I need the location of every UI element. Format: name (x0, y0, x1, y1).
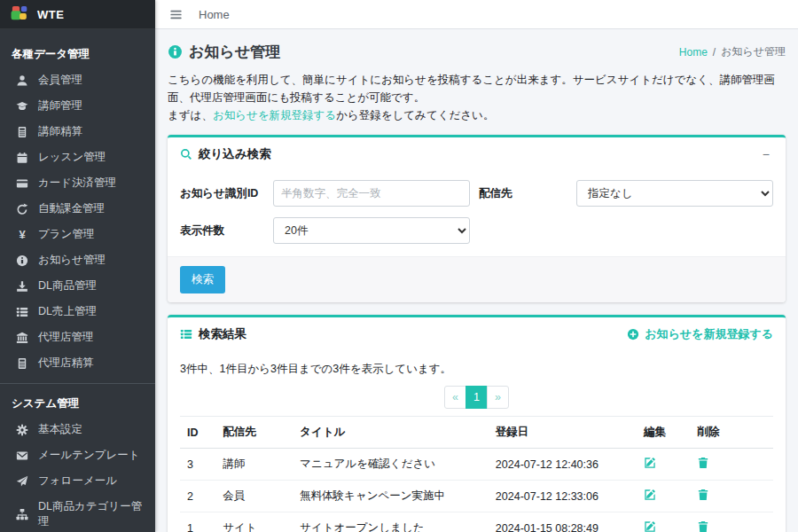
intro-line2-prefix: まずは、 (168, 109, 213, 121)
search-icon (180, 148, 192, 160)
notice-id-input[interactable] (273, 180, 470, 207)
info-circle-icon (15, 254, 29, 267)
sidebar-item[interactable]: カード決済管理 (0, 170, 155, 196)
sidebar-item-label: プラン管理 (38, 227, 94, 242)
table-row: 2会員無料体験キャンペーン実施中2024-07-12 12:33:06 (180, 481, 773, 512)
header-delete: 削除 (690, 417, 773, 449)
sidebar-item[interactable]: レッスン管理 (0, 145, 155, 170)
intro-line1: こちらの機能を利用して、簡単にサイトにお知らせを投稿することが出来ます。サービス… (168, 71, 786, 106)
edit-button-cell (637, 449, 690, 481)
intro-new-notice-link[interactable]: お知らせを新規登録する (213, 109, 336, 121)
breadcrumb-current: お知らせ管理 (721, 44, 786, 59)
sidebar: WTE 各種データ管理会員管理講師管理講師精算レッスン管理カード決済管理自動課金… (0, 0, 155, 532)
sidebar-item-label: メールテンプレート (38, 448, 140, 463)
topbar: Home (155, 0, 798, 29)
delete-button[interactable] (697, 489, 709, 501)
sidebar-item[interactable]: 講師管理 (0, 93, 155, 119)
cell-title: 無料体験キャンペーン実施中 (293, 481, 489, 512)
cell-target: サイト (215, 512, 293, 532)
sidebar-item-label: レッスン管理 (38, 150, 106, 165)
page-intro: こちらの機能を利用して、簡単にサイトにお知らせを投稿することが出来ます。サービス… (168, 71, 786, 124)
cell-date: 2024-07-12 12:33:06 (489, 481, 637, 512)
sidebar-item[interactable]: 講師精算 (0, 119, 155, 145)
edit-button[interactable] (644, 489, 656, 501)
delete-button[interactable] (697, 457, 709, 469)
yen-icon: ¥ (15, 229, 29, 241)
sidebar-item-label: DL商品管理 (38, 278, 97, 293)
filter-card: 絞り込み検索 − お知らせ識別ID 配信先 指定なし 表示件数 20件 (168, 135, 786, 302)
sidebar-section-title: 各種データ管理 (0, 40, 155, 67)
sidebar-item[interactable]: 基本設定 (0, 417, 155, 442)
sidebar-item[interactable]: メールテンプレート (0, 442, 155, 468)
pagination-top: « 1 » (180, 386, 773, 409)
sidebar-item[interactable]: 自動課金管理 (0, 196, 155, 222)
pagination-page-1[interactable]: 1 (466, 386, 488, 409)
delete-button-cell (690, 512, 773, 532)
sidebar-item[interactable]: 代理店精算 (0, 350, 155, 376)
new-notice-link-label: お知らせを新規登録する (645, 326, 773, 342)
calculator-icon (15, 126, 29, 138)
cell-title: マニュアルを確認ください (293, 449, 489, 481)
sidebar-item-label: 代理店管理 (38, 330, 94, 345)
intro-line2-suffix: から登録をしてみてください。 (336, 109, 494, 121)
sidebar-item[interactable]: お知らせ管理 (0, 247, 155, 273)
sidebar-nav: 各種データ管理会員管理講師管理講師精算レッスン管理カード決済管理自動課金管理¥プ… (0, 29, 155, 532)
sidebar-item[interactable]: DL売上管理 (0, 299, 155, 325)
sidebar-item[interactable]: ¥プラン管理 (0, 222, 155, 247)
sidebar-section: 各種データ管理会員管理講師管理講師精算レッスン管理カード決済管理自動課金管理¥プ… (0, 35, 155, 383)
cell-title: サイトオープンしました (293, 512, 489, 532)
bank-icon (15, 332, 29, 344)
list-icon (180, 328, 192, 340)
breadcrumb-home-link[interactable]: Home (679, 46, 708, 59)
paper-plane-icon (15, 475, 29, 488)
calendar-icon (15, 152, 29, 164)
sidebar-item[interactable]: DL商品管理 (0, 273, 155, 299)
notice-id-label: お知らせ識別ID (180, 186, 264, 201)
sidebar-item[interactable]: 会員管理 (0, 67, 155, 93)
download-icon (15, 280, 29, 293)
count-select[interactable]: 20件 (273, 217, 470, 244)
envelope-icon (15, 450, 29, 462)
wte-logo-icon (11, 5, 30, 23)
search-button[interactable]: 検索 (180, 266, 225, 293)
results-summary: 3件中、1件目から3件目までの3件を表示しています。 (180, 362, 773, 377)
sidebar-item-label: 代理店精算 (38, 356, 94, 371)
pagination-next[interactable]: » (487, 386, 509, 409)
hamburger-menu-icon[interactable] (169, 8, 183, 21)
redo-icon (15, 203, 29, 215)
brand-link[interactable]: WTE (0, 0, 155, 29)
sidebar-item-label: DL売上管理 (38, 304, 97, 319)
info-circle-icon (168, 44, 183, 59)
header-id: ID (180, 417, 215, 449)
sidebar-item[interactable]: 代理店管理 (0, 325, 155, 350)
content-area: お知らせ管理 Home / お知らせ管理 こちらの機能を利用して、簡単にサイトに… (155, 29, 798, 532)
header-title: タイトル (293, 417, 489, 449)
credit-card-icon (15, 177, 29, 190)
sitemap-icon (15, 508, 29, 520)
table-row: 1サイトサイトオープンしました2024-01-15 08:28:49 (180, 512, 773, 532)
cell-date: 2024-01-15 08:28:49 (489, 512, 637, 532)
sidebar-item-label: 自動課金管理 (38, 201, 105, 216)
intro-line2: まずは、お知らせを新規登録するから登録をしてみてください。 (168, 106, 786, 124)
cell-id: 1 (180, 512, 215, 532)
sidebar-item-label: お知らせ管理 (38, 253, 106, 268)
app-window: WTE 各種データ管理会員管理講師管理講師精算レッスン管理カード決済管理自動課金… (0, 0, 798, 532)
sidebar-item[interactable]: DL商品カテゴリー管理 (0, 494, 155, 532)
delete-button[interactable] (697, 520, 709, 532)
user-icon (15, 74, 29, 87)
target-select[interactable]: 指定なし (576, 180, 773, 207)
sidebar-item[interactable]: フォローメール (0, 468, 155, 494)
th-list-icon (15, 306, 29, 318)
table-header-row: ID 配信先 タイトル 登録日 編集 削除 (180, 417, 773, 449)
cell-id: 2 (180, 481, 215, 512)
new-notice-link[interactable]: お知らせを新規登録する (627, 326, 773, 342)
sidebar-section-title: システム管理 (0, 389, 155, 417)
pagination-prev[interactable]: « (444, 386, 466, 409)
edit-button[interactable] (644, 457, 656, 469)
edit-button[interactable] (644, 520, 656, 532)
filter-card-footer: 検索 (168, 256, 786, 302)
sidebar-item-label: フォローメール (38, 473, 117, 489)
collapse-button[interactable]: − (759, 146, 773, 162)
topbar-home-link[interactable]: Home (199, 8, 230, 21)
results-card: 検索結果 お知らせを新規登録する 3件中、1件目から3件目までの3件を表示してい… (168, 315, 786, 532)
